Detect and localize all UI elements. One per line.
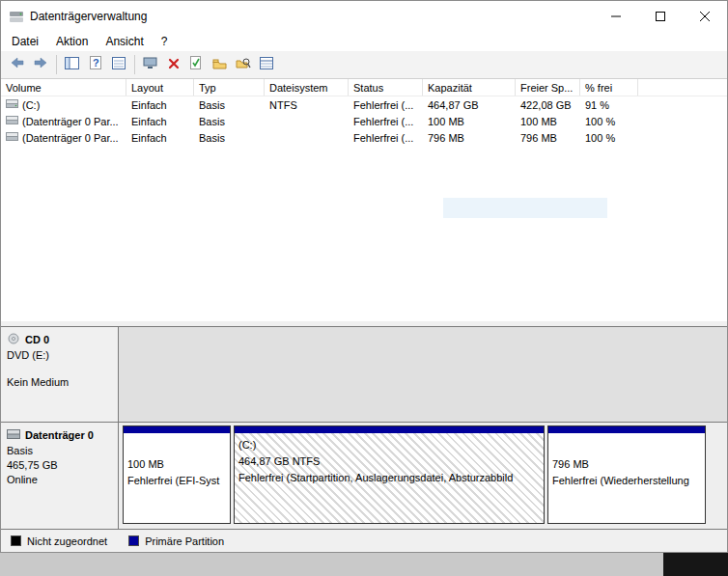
- column-header-typ[interactable]: Typ: [194, 79, 265, 96]
- primary-partition-strip: [235, 426, 544, 433]
- disk0-name: Datenträger 0: [25, 429, 94, 441]
- cell-kapazitaet: 100 MB: [423, 116, 516, 127]
- back-button[interactable]: [6, 54, 28, 75]
- disk0-panel[interactable]: Datenträger 0 Basis 465,75 GB Online: [1, 423, 119, 529]
- cd-drive-letter: DVD (E:): [7, 349, 112, 361]
- table-row[interactable]: (Datenträger 0 Par... Einfach Basis Fehl…: [1, 113, 727, 129]
- cell-layout: Einfach: [126, 99, 194, 111]
- properties-table-button[interactable]: [255, 54, 277, 75]
- partition-status: Fehlerfrei (Startpartition, Auslagerungs…: [238, 470, 544, 486]
- menu-item-help[interactable]: ?: [153, 33, 177, 50]
- cd-drive-content[interactable]: [119, 327, 727, 422]
- volume-icon: [6, 115, 18, 127]
- column-header-dateisystem[interactable]: Dateisystem: [265, 79, 349, 96]
- check-document-button[interactable]: [185, 54, 208, 75]
- legend-label: Nicht zugeordnet: [27, 535, 107, 547]
- cell-layout: Einfach: [126, 132, 194, 144]
- menu-item-datei[interactable]: Datei: [3, 33, 47, 50]
- cell-typ: Basis: [194, 99, 265, 111]
- volume-name: (C:): [22, 99, 40, 111]
- cell-typ: Basis: [194, 132, 265, 144]
- menu-bar: Datei Aktion Ansicht ?: [1, 31, 727, 51]
- graphical-view: CD 0 DVD (E:) Kein Medium Datenträger 0 …: [1, 326, 727, 529]
- cd-media-status: Kein Medium: [7, 376, 112, 388]
- cd-icon: [7, 333, 20, 346]
- unallocated-color-swatch: [11, 535, 21, 546]
- cell-freier-sp: 100 MB: [516, 116, 580, 127]
- open-folder-icon: [212, 56, 227, 73]
- minimize-button[interactable]: [594, 1, 638, 31]
- partition-status: Fehlerfrei (EFI-Syst: [127, 473, 230, 489]
- taskbar-fragment[interactable]: [663, 553, 728, 576]
- cell-kapazitaet: 464,87 GB: [423, 99, 516, 111]
- close-icon: [700, 8, 710, 25]
- column-header-volume[interactable]: Volume: [1, 79, 126, 96]
- disk0-type: Basis: [7, 445, 112, 456]
- menu-item-aktion[interactable]: Aktion: [47, 33, 97, 50]
- forward-button[interactable]: [29, 54, 51, 75]
- legend-bar: Nicht zugeordnet Primäre Partition: [1, 529, 727, 552]
- toolbar-separator: [56, 55, 57, 74]
- partition-size: 464,87 GB NTFS: [238, 453, 544, 470]
- volume-icon: [6, 98, 18, 111]
- partition-status: Fehlerfrei (Wiederherstellung: [552, 473, 705, 489]
- desktop-background: [0, 553, 728, 576]
- check-document-icon: [190, 56, 203, 73]
- volume-list: Volume Layout Typ Dateisystem Status Kap…: [1, 79, 727, 321]
- cell-status: Fehlerfrei (...: [349, 132, 423, 144]
- cell-status: Fehlerfrei (...: [349, 99, 423, 111]
- minimize-icon: [611, 8, 621, 25]
- cell-frei-pct: 100 %: [580, 132, 638, 144]
- cd-drive-row: CD 0 DVD (E:) Kein Medium: [1, 326, 727, 422]
- show-console-tree-icon: [65, 56, 79, 73]
- ghost-tooltip-artifact: [443, 198, 607, 218]
- column-header-filler: [638, 79, 727, 96]
- table-row[interactable]: (Datenträger 0 Par... Einfach Basis Fehl…: [1, 129, 727, 146]
- legend-item-primary-partition: Primäre Partition: [128, 535, 224, 547]
- menu-item-ansicht[interactable]: Ansicht: [97, 33, 152, 50]
- disk0-capacity: 465,75 GB: [7, 459, 112, 471]
- toolbar: ?: [1, 51, 727, 79]
- toolbar-separator: [134, 55, 135, 74]
- cell-freier-sp: 422,08 GB: [516, 99, 580, 111]
- partition-c[interactable]: (C:) 464,87 GB NTFS Fehlerfrei (Startpar…: [234, 425, 545, 524]
- forward-arrow-icon: [33, 56, 48, 73]
- search-folder-icon: [236, 56, 251, 73]
- back-arrow-icon: [10, 56, 25, 73]
- primary-partition-strip: [124, 426, 230, 433]
- help-button[interactable]: ?: [84, 54, 106, 75]
- export-list-button[interactable]: [107, 54, 129, 75]
- help-icon: ?: [90, 56, 101, 73]
- cell-frei-pct: 100 %: [580, 116, 638, 127]
- column-header-frei-pct[interactable]: % frei: [580, 79, 638, 96]
- disk0-row: Datenträger 0 Basis 465,75 GB Online 100…: [1, 422, 727, 529]
- table-row[interactable]: (C:) Einfach Basis NTFS Fehlerfrei (... …: [1, 96, 727, 113]
- search-folder-button[interactable]: [232, 54, 254, 75]
- open-folder-button[interactable]: [209, 54, 231, 75]
- partition-label: (C:): [238, 437, 544, 453]
- cd-drive-panel[interactable]: CD 0 DVD (E:) Kein Medium: [1, 327, 119, 422]
- cell-kapazitaet: 796 MB: [423, 132, 516, 144]
- svg-text:?: ?: [93, 57, 99, 69]
- column-header-kapazitaet[interactable]: Kapazität: [423, 79, 516, 96]
- partition-recovery[interactable]: 796 MB Fehlerfrei (Wiederherstellung: [547, 425, 706, 524]
- title-bar: Datenträgerverwaltung: [1, 1, 727, 31]
- window-controls: [594, 1, 727, 31]
- volume-name: (Datenträger 0 Par...: [22, 132, 119, 144]
- column-header-layout[interactable]: Layout: [126, 79, 194, 96]
- show-console-tree-button[interactable]: [61, 54, 83, 75]
- legend-label: Primäre Partition: [145, 535, 224, 547]
- column-header-freier-sp[interactable]: Freier Sp...: [516, 79, 580, 96]
- maximize-button[interactable]: [638, 1, 683, 31]
- partition-efi[interactable]: 100 MB Fehlerfrei (EFI-Syst: [123, 425, 231, 524]
- screen: Datenträgerverwaltung Datei Aktion Ansic…: [0, 0, 728, 576]
- disk-management-window: Datenträgerverwaltung Datei Aktion Ansic…: [0, 0, 728, 553]
- computer-management-button[interactable]: [139, 54, 161, 75]
- disk-icon: [7, 428, 20, 442]
- delete-button[interactable]: [162, 54, 184, 75]
- primary-partition-color-swatch: [128, 535, 139, 546]
- disk0-content: 100 MB Fehlerfrei (EFI-Syst (C:) 464,87 …: [119, 423, 727, 529]
- close-button[interactable]: [683, 1, 727, 31]
- column-header-status[interactable]: Status: [349, 79, 423, 96]
- cell-freier-sp: 796 MB: [516, 132, 580, 144]
